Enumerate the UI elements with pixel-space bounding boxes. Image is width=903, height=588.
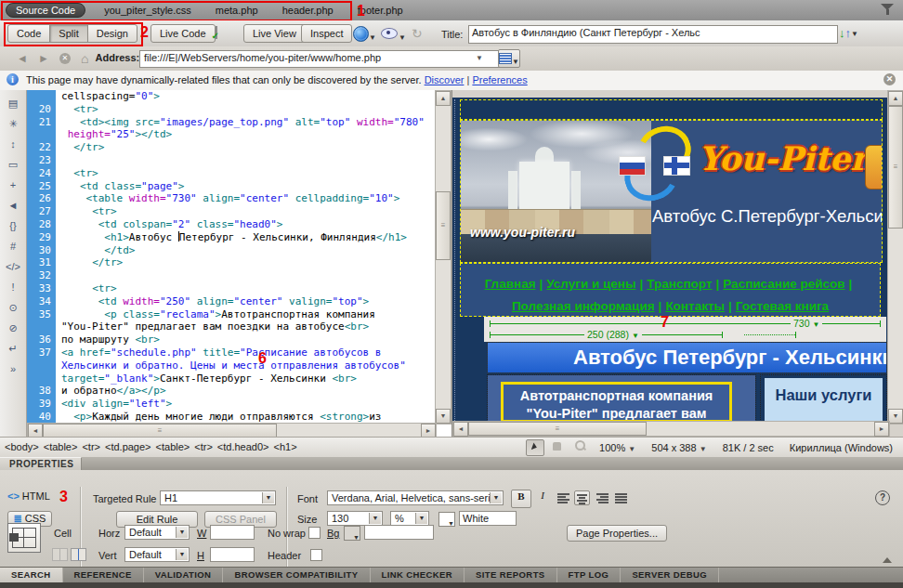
- preferences-link[interactable]: Preferences: [472, 74, 527, 85]
- forward-icon[interactable]: ►: [38, 52, 49, 65]
- size-dropdown[interactable]: 130▼: [327, 511, 383, 526]
- vert-dropdown[interactable]: Default▼: [124, 547, 190, 562]
- cell-width-input[interactable]: [210, 525, 255, 540]
- nav-link-3[interactable]: Транспорт: [647, 277, 712, 291]
- wrap-tag-icon[interactable]: ↵: [5, 341, 21, 356]
- code-editor[interactable]: cellspacing="0">20 <tr>21 <td><img src="…: [27, 90, 435, 424]
- collapse-full-tag-icon[interactable]: ↕: [5, 137, 21, 151]
- bg-color-input[interactable]: [364, 525, 434, 540]
- tag-selector-item[interactable]: <body>: [5, 441, 39, 452]
- hand-tool-icon[interactable]: [548, 439, 567, 456]
- align-left-icon[interactable]: [556, 490, 571, 505]
- title-input[interactable]: Автобус в Финляндию (Санкт Петербург - Х…: [468, 25, 838, 44]
- zoom-level-dropdown[interactable]: 100% ▼: [599, 442, 635, 453]
- split-cell-icon[interactable]: [71, 548, 86, 561]
- nowrap-checkbox[interactable]: [308, 527, 321, 539]
- design-view[interactable]: You-Piter Автобус С.Петербург-Хельсинки …: [452, 90, 903, 437]
- bg-color-swatch[interactable]: ▼: [344, 526, 360, 541]
- syntax-error-alerts-icon[interactable]: !: [5, 280, 21, 294]
- file-management-icon[interactable]: ▼: [498, 49, 520, 68]
- text-color-input[interactable]: White: [459, 511, 517, 526]
- select-tool-icon[interactable]: [526, 439, 544, 456]
- balance-braces-icon[interactable]: {}: [5, 218, 21, 233]
- refresh-icon[interactable]: ↻: [412, 26, 423, 41]
- visual-aids-caret-icon[interactable]: ▼: [399, 33, 406, 42]
- discover-link[interactable]: Discover: [425, 74, 465, 85]
- preview-in-browser-icon[interactable]: [353, 26, 369, 42]
- scroll-down-icon[interactable]: ▼: [436, 409, 451, 424]
- design-vertical-scrollbar[interactable]: ▲ ≡ ▼: [887, 90, 903, 425]
- address-dropdown-icon[interactable]: ▼: [476, 54, 483, 62]
- code-view-button[interactable]: Code: [7, 24, 50, 43]
- check-browser-compatibility-icon[interactable]: ✓: [216, 27, 217, 38]
- scroll-right-icon[interactable]: ►: [874, 422, 889, 437]
- code-hscroll-thumb[interactable]: ≡: [43, 424, 277, 438]
- tag-selector-item[interactable]: <td.head0>: [217, 441, 269, 452]
- tag-selector-item[interactable]: <h1>: [274, 441, 297, 452]
- highlight-invalid-code-icon[interactable]: </>: [5, 259, 21, 274]
- cell-height-input[interactable]: [210, 547, 255, 562]
- align-right-icon[interactable]: [595, 490, 610, 505]
- related-file-source-code[interactable]: Source Code: [6, 3, 85, 18]
- column-width-menu-250[interactable]: 250 (288) ▼: [584, 329, 642, 340]
- collapse-panel-icon[interactable]: [883, 557, 892, 563]
- more-chevron-icon[interactable]: »: [5, 361, 21, 376]
- close-info-bar-icon[interactable]: ✕: [883, 73, 896, 85]
- justify-icon[interactable]: [613, 490, 629, 505]
- back-icon[interactable]: ◄: [17, 52, 28, 65]
- preview-dropdown-caret-icon[interactable]: ▼: [369, 33, 376, 42]
- file-transfer-icons[interactable]: ↓↑▼: [839, 26, 858, 40]
- nav-link-4[interactable]: Расписание рейсов: [723, 277, 844, 291]
- targeted-rule-dropdown[interactable]: H1▼: [160, 490, 276, 505]
- nav-link-2[interactable]: Контакты: [665, 299, 725, 313]
- help-icon[interactable]: ?: [875, 490, 890, 505]
- nav-link-2[interactable]: Услуги и цены: [546, 277, 635, 291]
- filter-icon[interactable]: [881, 4, 894, 16]
- code-navigator-icon[interactable]: ✳: [5, 116, 21, 131]
- related-file-meta-php[interactable]: meta.php: [210, 4, 264, 17]
- code-vscroll-thumb[interactable]: ≡: [436, 191, 451, 260]
- nav-link-1[interactable]: Главная: [485, 277, 536, 291]
- live-code-button[interactable]: Live Code: [150, 24, 216, 43]
- design-hscroll-thumb[interactable]: ≡: [468, 422, 647, 436]
- size-unit-dropdown[interactable]: %▼: [390, 511, 429, 526]
- address-input[interactable]: file:///E|/WebServers/home/you-piter/www…: [139, 50, 505, 68]
- home-icon[interactable]: ⌂: [81, 51, 88, 66]
- stop-icon[interactable]: ✕: [59, 53, 71, 64]
- expand-all-icon[interactable]: +: [5, 177, 21, 192]
- scroll-up-icon[interactable]: ▲: [888, 91, 903, 106]
- column-width-menu-730[interactable]: 730 ▼: [791, 318, 822, 329]
- merge-cells-icon[interactable]: [52, 548, 68, 561]
- open-documents-icon[interactable]: ▤: [5, 96, 21, 111]
- page-properties-button[interactable]: Page Properties...: [567, 525, 667, 542]
- remove-comment-icon[interactable]: ⊘: [5, 320, 21, 335]
- line-numbers-icon[interactable]: #: [5, 239, 21, 254]
- scroll-up-icon[interactable]: ▲: [436, 91, 451, 106]
- live-view-button[interactable]: Live View: [243, 24, 306, 43]
- font-dropdown[interactable]: Verdana, Arial, Helvetica, sans-serif▼: [327, 490, 504, 505]
- apply-comment-icon[interactable]: ⊙: [5, 300, 21, 315]
- scroll-down-icon[interactable]: ▼: [888, 409, 903, 424]
- tag-selector-item[interactable]: <table>: [156, 441, 190, 452]
- code-vertical-scrollbar[interactable]: ▲ ≡ ▼: [435, 90, 452, 425]
- html-mode-button[interactable]: <>HTML: [7, 490, 58, 507]
- visual-aids-icon[interactable]: [381, 28, 398, 39]
- properties-tab[interactable]: PROPERTIES: [0, 457, 82, 470]
- text-color-swatch[interactable]: ▼: [438, 512, 455, 527]
- design-horizontal-scrollbar[interactable]: ◄ ≡ ►: [452, 421, 890, 437]
- design-view-button[interactable]: Design: [87, 24, 137, 43]
- header-checkbox[interactable]: [310, 549, 322, 561]
- scroll-left-icon[interactable]: ◄: [453, 422, 468, 437]
- tag-selector-item[interactable]: <table>: [44, 441, 78, 452]
- related-file-you-piter-style-css[interactable]: you_piter_style.css: [98, 4, 197, 17]
- window-size-dropdown[interactable]: 504 x 388 ▼: [651, 442, 706, 453]
- split-view-button[interactable]: Split: [49, 24, 87, 43]
- nav-link-1[interactable]: Полезная информация: [512, 299, 655, 313]
- design-vscroll-thumb[interactable]: ≡: [888, 106, 903, 229]
- tag-selector-item[interactable]: <tr>: [82, 441, 100, 452]
- collapse-selection-icon[interactable]: ▭: [5, 157, 21, 172]
- zoom-tool-icon[interactable]: [570, 439, 589, 456]
- tag-selector-item[interactable]: <td.page>: [105, 441, 151, 452]
- select-parent-tag-icon[interactable]: ◄: [5, 198, 21, 213]
- nav-link-3[interactable]: Гостевая книга: [736, 299, 829, 313]
